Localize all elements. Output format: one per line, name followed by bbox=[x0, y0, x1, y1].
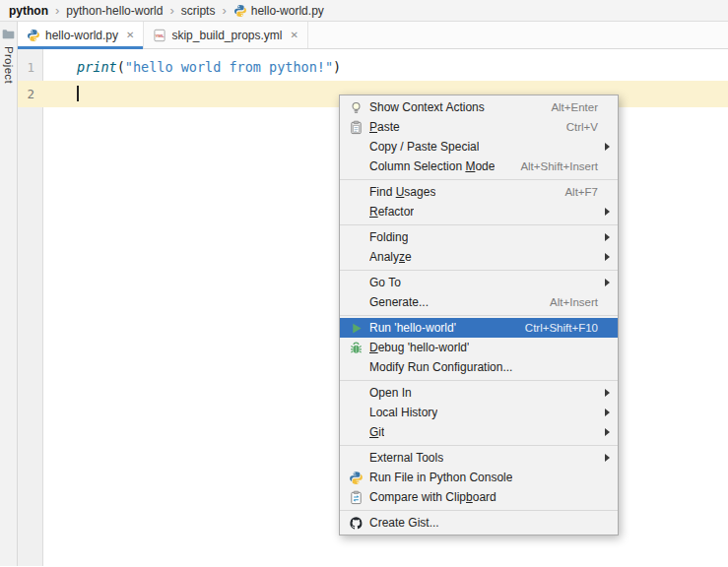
icon-spacer bbox=[348, 158, 364, 174]
menu-shortcut: Ctrl+V bbox=[549, 121, 598, 133]
menu-item-label: Column Selection Mode bbox=[369, 159, 495, 173]
caret bbox=[77, 86, 79, 101]
code-text bbox=[43, 81, 79, 107]
submenu-arrow-icon bbox=[603, 202, 612, 221]
icon-spacer bbox=[348, 385, 364, 401]
submenu-arrow-spacer bbox=[603, 292, 612, 312]
submenu-arrow-spacer bbox=[603, 468, 612, 487]
menu-item-label: Compare with Clipboard bbox=[369, 490, 496, 504]
python-file-icon bbox=[233, 4, 247, 18]
code-text: print("hello world from python!") bbox=[43, 54, 341, 81]
breadcrumb-item-scripts[interactable]: scripts bbox=[179, 4, 218, 18]
github-icon bbox=[348, 515, 364, 531]
menu-item-label: Paste bbox=[369, 120, 400, 134]
submenu-arrow-spacer bbox=[603, 318, 612, 338]
breadcrumb-item-hello-world-py[interactable]: hello-world.py bbox=[232, 4, 326, 18]
submenu-arrow-spacer bbox=[603, 97, 612, 117]
submenu-arrow-spacer bbox=[603, 157, 612, 176]
submenu-arrow-spacer bbox=[603, 338, 612, 357]
breadcrumb-item-python[interactable]: python bbox=[7, 4, 50, 18]
submenu-arrow-icon bbox=[603, 448, 612, 468]
submenu-arrow-icon bbox=[603, 422, 612, 442]
menu-item-label: Git bbox=[369, 425, 384, 439]
project-stripe-button[interactable]: Project bbox=[1, 27, 16, 84]
submenu-arrow-icon bbox=[603, 137, 612, 157]
menu-item-local-history[interactable]: Local History bbox=[340, 403, 618, 422]
breadcrumb-separator: › bbox=[167, 3, 175, 18]
submenu-arrow-spacer bbox=[603, 117, 612, 137]
debug-icon bbox=[348, 340, 364, 355]
menu-shortcut: Alt+Enter bbox=[533, 101, 598, 113]
menu-item-modify-run-configuration[interactable]: Modify Run Configuration... bbox=[340, 357, 618, 377]
menu-separator bbox=[340, 445, 618, 446]
menu-item-label: Refactor bbox=[369, 205, 414, 219]
submenu-arrow-spacer bbox=[603, 357, 612, 377]
menu-item-run-file-in-python-console[interactable]: Run File in Python Console bbox=[340, 468, 618, 487]
menu-separator bbox=[340, 315, 618, 316]
menu-item-run-hello-world[interactable]: Run 'hello-world'Ctrl+Shift+F10 bbox=[340, 318, 618, 338]
project-stripe-label: Project bbox=[3, 46, 15, 84]
breadcrumb-separator: › bbox=[220, 3, 228, 18]
menu-item-label: Create Gist... bbox=[369, 516, 439, 530]
menu-item-create-gist[interactable]: Create Gist... bbox=[340, 513, 618, 533]
menu-shortcut: Alt+Insert bbox=[532, 296, 598, 308]
menu-item-debug-hello-world[interactable]: Debug 'hello-world' bbox=[340, 338, 618, 357]
icon-spacer bbox=[348, 229, 364, 245]
icon-spacer bbox=[348, 204, 364, 220]
svg-text:YML: YML bbox=[156, 33, 165, 38]
menu-shortcut: Alt+Shift+Insert bbox=[502, 160, 598, 172]
menu-item-label: Show Context Actions bbox=[369, 100, 485, 114]
menu-item-refactor[interactable]: Refactor bbox=[340, 202, 618, 221]
icon-spacer bbox=[348, 184, 364, 200]
breadcrumb-label: python-hello-world bbox=[66, 4, 163, 18]
tab-label: skip_build_props.yml bbox=[171, 29, 282, 42]
menu-item-label: Run File in Python Console bbox=[369, 471, 512, 484]
compare-icon bbox=[348, 489, 364, 505]
icon-spacer bbox=[348, 405, 364, 420]
bulb-icon bbox=[348, 99, 364, 115]
menu-item-external-tools[interactable]: External Tools bbox=[340, 448, 618, 468]
icon-spacer bbox=[348, 275, 364, 290]
menu-item-label: Debug 'hello-world' bbox=[369, 341, 469, 354]
breadcrumb-label: python bbox=[9, 4, 48, 18]
menu-shortcut: Ctrl+Shift+F10 bbox=[507, 322, 598, 334]
menu-separator bbox=[340, 380, 618, 381]
menu-separator bbox=[340, 224, 618, 225]
breadcrumb-label: scripts bbox=[181, 4, 216, 18]
menu-shortcut: Alt+F7 bbox=[547, 186, 598, 198]
menu-item-go-to[interactable]: Go To bbox=[340, 273, 618, 292]
menu-item-compare-with-clipboard[interactable]: Compare with Clipboard bbox=[340, 487, 618, 507]
submenu-arrow-icon bbox=[603, 383, 612, 403]
breadcrumb-separator: › bbox=[53, 3, 61, 18]
menu-item-open-in[interactable]: Open In bbox=[340, 383, 618, 403]
tab-bar: hello-world.py✕YMLskip_build_props.yml✕ bbox=[18, 22, 728, 49]
ide-window: python›python-hello-world›scripts›hello-… bbox=[0, 0, 728, 567]
breadcrumb-item-python-hello-world[interactable]: python-hello-world bbox=[64, 4, 165, 18]
menu-item-label: Go To bbox=[369, 276, 401, 289]
menu-item-analyze[interactable]: Analyze bbox=[340, 247, 618, 267]
line-number: 2 bbox=[18, 81, 43, 107]
menu-separator bbox=[340, 270, 618, 271]
menu-item-label: Analyze bbox=[369, 250, 412, 264]
menu-item-paste[interactable]: PasteCtrl+V bbox=[340, 117, 618, 137]
tab-skip-build-props-yml[interactable]: YMLskip_build_props.yml✕ bbox=[144, 22, 307, 48]
tab-hello-world-py[interactable]: hello-world.py✕ bbox=[18, 22, 144, 48]
menu-item-folding[interactable]: Folding bbox=[340, 227, 618, 247]
submenu-arrow-spacer bbox=[603, 182, 612, 202]
menu-item-label: Copy / Paste Special bbox=[369, 140, 479, 154]
menu-item-generate[interactable]: Generate...Alt+Insert bbox=[340, 292, 618, 312]
submenu-arrow-icon bbox=[603, 273, 612, 292]
icon-spacer bbox=[348, 249, 364, 265]
menu-separator bbox=[340, 510, 618, 511]
menu-item-copy-paste-special[interactable]: Copy / Paste Special bbox=[340, 137, 618, 157]
tab-close-icon[interactable]: ✕ bbox=[291, 31, 298, 40]
icon-spacer bbox=[348, 359, 364, 375]
menu-item-find-usages[interactable]: Find UsagesAlt+F7 bbox=[340, 182, 618, 202]
tab-close-icon[interactable]: ✕ bbox=[126, 31, 134, 40]
menu-item-show-context-actions[interactable]: Show Context ActionsAlt+Enter bbox=[340, 97, 618, 117]
menu-item-git[interactable]: Git bbox=[340, 422, 618, 442]
folder-icon bbox=[1, 27, 16, 41]
icon-spacer bbox=[348, 424, 364, 440]
menu-item-column-selection-mode[interactable]: Column Selection ModeAlt+Shift+Insert bbox=[340, 157, 618, 176]
run-icon bbox=[348, 320, 364, 336]
